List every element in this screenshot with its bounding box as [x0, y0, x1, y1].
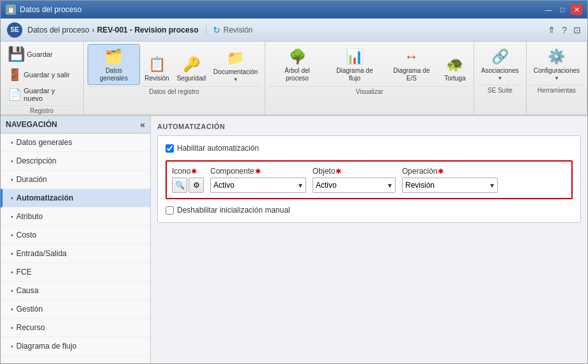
sidebar-label-atributo: Atributo [17, 212, 43, 221]
maximize-button[interactable]: □ [557, 4, 568, 15]
sidebar-header-label: NAVEGACIÓN [6, 120, 57, 129]
breadcrumb-app: Datos del proceso [27, 26, 89, 34]
title-bar-controls: — □ ✕ [543, 4, 582, 15]
section-title: AUTOMATIZACIÓN [157, 123, 581, 130]
sidebar-label-recurso: Recurso [17, 323, 45, 332]
sidebar-item-automatizacion[interactable]: • Automatización [1, 189, 150, 208]
main-area: NAVEGACIÓN « • Datos generales • Descrip… [1, 116, 587, 364]
sidebar-item-descripcion[interactable]: • Descripción [1, 152, 150, 171]
asociaciones-button[interactable]: 🔗 Asociaciones ▼ [478, 44, 522, 84]
sidebar-item-duracion[interactable]: • Duración [1, 171, 150, 189]
sidebar-item-causa[interactable]: • Causa [1, 282, 150, 300]
settings-icon-btn[interactable]: ⚙ [189, 178, 204, 193]
asociaciones-label: Asociaciones [481, 67, 519, 75]
guardar-label: Guardar [27, 50, 52, 58]
ribbon: 💾 Guardar 🚪 Guardar y salir 📄 Guardar y … [1, 42, 587, 116]
enable-checkbox-row: Habilitar automatización [166, 144, 573, 153]
guardar-salir-button[interactable]: 🚪 Guardar y salir [4, 66, 79, 84]
bullet-icon: • [11, 158, 13, 165]
componente-required: ✱ [255, 167, 261, 176]
objeto-required: ✱ [336, 167, 341, 176]
herramientas-items: ⚙️ Configuraciones ▼ [530, 44, 583, 84]
arbol-button[interactable]: 🌳 Árbol del proceso [269, 44, 325, 85]
icon-buttons: 🔍 ⚙ [172, 178, 204, 193]
icono-required: ✱ [191, 167, 197, 176]
sidebar-item-entrada-salida[interactable]: • Entrada/Salida [1, 245, 150, 263]
sidebar-item-gestion[interactable]: • Gestión [1, 300, 150, 319]
sidebar-label-descripcion: Descripción [17, 156, 57, 165]
guardar-nuevo-button[interactable]: 📄 Guardar y nuevo [4, 85, 79, 104]
registro-label: Registro [4, 105, 79, 114]
exit-icon: 🚪 [8, 68, 22, 82]
datos-registro-label: Datos del registro [88, 86, 261, 95]
componente-select[interactable]: Activo [210, 178, 306, 193]
componente-select-wrapper: Activo ▼ [210, 178, 306, 193]
search-icon-btn[interactable]: 🔍 [172, 178, 187, 193]
datos-generales-button[interactable]: 🗂️ Datos generales [88, 44, 141, 85]
diagrama-es-button[interactable]: ↔️ Diagrama de E/S [384, 44, 439, 85]
icono-field-group: Icono ✱ 🔍 ⚙ [172, 167, 204, 193]
visualizar-items: 🌳 Árbol del proceso 📊 Diagrama de flujo … [269, 44, 470, 85]
arrows-icon[interactable]: ⇑ [548, 25, 555, 35]
title-bar: 📋 Datos del proceso — □ ✕ [1, 1, 587, 19]
bullet-icon: • [11, 306, 13, 313]
seguridad-button[interactable]: 🔑 Seguridad [174, 52, 209, 85]
documentacion-label: Documentación [213, 68, 258, 76]
assoc-arrow: ▼ [497, 75, 502, 81]
app-header: SE Datos del proceso › REV-001 - Revisio… [1, 19, 587, 42]
operacion-field-group: Operación ✱ Revisión ▼ [402, 167, 498, 193]
sidebar-item-costo[interactable]: • Costo [1, 226, 150, 245]
ribbon-section-datos-registro: 🗂️ Datos generales 📋 Revisión 🔑 Segurida… [84, 42, 266, 114]
tortuga-button[interactable]: 🐢 Tortuga [440, 52, 470, 85]
datos-generales-icon: 🗂️ [104, 47, 124, 67]
sidebar-header: NAVEGACIÓN « [1, 116, 150, 133]
configuraciones-button[interactable]: ⚙️ Configuraciones ▼ [530, 44, 583, 84]
automatizacion-box: Habilitar automatización Icono ✱ 🔍 [157, 135, 581, 223]
sidebar-collapse-icon[interactable]: « [140, 119, 145, 130]
guardar-button[interactable]: 💾 Guardar [4, 44, 79, 64]
minimize-button[interactable]: — [543, 4, 554, 15]
seguridad-icon: 🔑 [181, 54, 201, 75]
revision-sync-icon: ↻ [213, 25, 220, 35]
revision-button[interactable]: 📋 Revisión [141, 52, 172, 85]
registro-items: 💾 Guardar 🚪 Guardar y salir 📄 Guardar y … [4, 44, 79, 104]
content-pane: AUTOMATIZACIÓN Habilitar automatización … [151, 116, 587, 364]
io-icon: ↔️ [401, 47, 422, 67]
sidebar-label-costo: Costo [17, 231, 36, 239]
visualizar-label: Visualizar [269, 86, 470, 95]
breadcrumb-sep: › [92, 26, 95, 34]
bullet-icon: • [11, 195, 13, 202]
deshabilitar-checkbox[interactable] [166, 206, 174, 215]
sidebar-label-automatizacion: Automatización [17, 193, 74, 202]
tortuga-label: Tortuga [444, 75, 465, 82]
objeto-label: Objeto ✱ [313, 167, 396, 176]
operacion-select-wrapper: Revisión ▼ [402, 178, 498, 193]
documentacion-button[interactable]: 📁 Documentación ▼ [210, 45, 261, 85]
sidebar-item-datos-generales[interactable]: • Datos generales [1, 133, 150, 152]
doc-arrow: ▼ [233, 77, 238, 82]
bullet-icon: • [11, 343, 13, 350]
sidebar-item-recurso[interactable]: • Recurso [1, 319, 150, 337]
diagrama-flujo-button[interactable]: 📊 Diagrama de flujo [327, 44, 383, 85]
expand-icon[interactable]: ⊡ [573, 25, 581, 35]
diagrama-flujo-label: Diagrama de flujo [330, 67, 380, 82]
deshabilitar-label[interactable]: Deshabilitar inicialización manual [177, 206, 290, 215]
sidebar-item-diagrama-flujo[interactable]: • Diagrama de flujo [1, 337, 150, 356]
habilitar-label[interactable]: Habilitar automatización [177, 144, 259, 153]
guardar-salir-label: Guardar y salir [24, 71, 70, 79]
icono-label: Icono ✱ [172, 167, 204, 176]
sidebar-item-fce[interactable]: • FCE [1, 263, 150, 282]
config-icon: ⚙️ [546, 47, 567, 67]
flow-icon: 📊 [344, 47, 365, 67]
help-icon[interactable]: ? [562, 25, 567, 35]
bullet-icon: • [11, 213, 13, 220]
sidebar: NAVEGACIÓN « • Datos generales • Descrip… [1, 116, 151, 364]
habilitar-checkbox[interactable] [166, 144, 174, 153]
app-icon: 📋 [6, 4, 16, 15]
sidebar-item-atributo[interactable]: • Atributo [1, 208, 150, 226]
operacion-select[interactable]: Revisión [402, 178, 498, 193]
objeto-select[interactable]: Activo [313, 178, 396, 193]
sidebar-label-datos-generales: Datos generales [17, 138, 72, 147]
close-button[interactable]: ✕ [571, 4, 582, 15]
datos-generales-label: Datos generales [91, 67, 137, 82]
